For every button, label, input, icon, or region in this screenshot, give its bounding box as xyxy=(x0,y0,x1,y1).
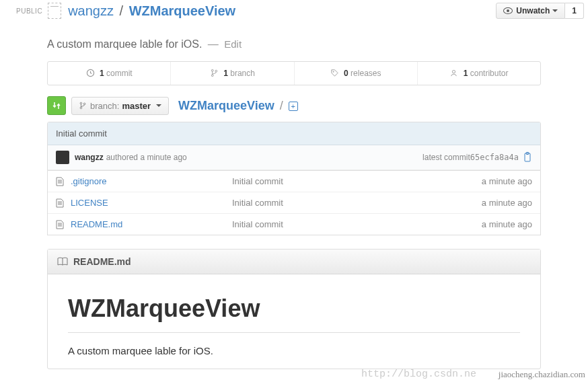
contributors-label: contributor xyxy=(468,69,508,78)
file-time: a minute ago xyxy=(482,198,532,208)
caret-down-icon xyxy=(156,104,161,107)
file-link[interactable]: .gitignore xyxy=(71,176,232,186)
file-time: a minute ago xyxy=(482,219,532,229)
person-icon xyxy=(449,69,458,77)
description-text: A custom marquee lable for iOS. xyxy=(47,38,202,50)
breadcrumb-sep: / xyxy=(280,99,283,112)
tag-icon xyxy=(330,69,339,77)
file-table: .gitignore Initial commit a minute ago L… xyxy=(47,171,541,235)
commits-tab[interactable]: 1 commit xyxy=(48,62,171,85)
avatar[interactable] xyxy=(56,151,69,164)
title-separator: / xyxy=(120,3,124,18)
author-action: authored a minute ago xyxy=(106,153,187,162)
breadcrumb-root[interactable]: WZMarqueeView xyxy=(178,99,274,112)
history-icon xyxy=(86,69,95,77)
releases-tab[interactable]: 0 releases xyxy=(295,62,418,85)
file-icon xyxy=(56,220,64,229)
repo-header: PUBLIC wangzz / WZMarqueeView Unwatch 1 xyxy=(0,0,588,22)
unwatch-label: Unwatch xyxy=(516,6,550,15)
releases-count: 0 xyxy=(344,69,348,78)
branch-label: branch: xyxy=(90,101,119,111)
repo-description: A custom marquee lable for iOS. — Edit xyxy=(0,22,588,61)
readme-header: README.md xyxy=(48,249,540,274)
repo-title: wangzz / WZMarqueeView xyxy=(68,3,235,19)
owner-link[interactable]: wangzz xyxy=(68,3,114,18)
file-icon xyxy=(56,198,64,208)
book-icon xyxy=(57,257,68,266)
file-link[interactable]: LICENSE xyxy=(71,198,232,208)
commit-hash[interactable]: 65ecfa8a4a xyxy=(470,153,519,162)
watch-group: Unwatch 1 xyxy=(496,3,584,19)
public-badge: PUBLIC xyxy=(16,7,42,15)
clipboard-icon[interactable] xyxy=(523,152,532,163)
contributors-tab[interactable]: 1 contributor xyxy=(418,62,540,85)
git-branch-icon xyxy=(210,69,219,77)
commits-count: 1 xyxy=(100,69,104,78)
repo-link[interactable]: WZMarqueeView xyxy=(129,3,236,18)
last-commit-author-row: wangzz authored a minute ago latest comm… xyxy=(48,145,540,170)
caret-down-icon xyxy=(552,9,558,12)
readme-paragraph: A custom marquee lable for iOS. xyxy=(68,345,520,356)
branches-count: 1 xyxy=(223,69,228,78)
watermark-text: jiaocheng.chazidian.com xyxy=(499,369,585,380)
readme-filename: README.md xyxy=(73,256,131,267)
file-row: README.md Initial commit a minute ago xyxy=(48,214,540,235)
file-time: a minute ago xyxy=(482,176,532,186)
watch-count[interactable]: 1 xyxy=(565,3,584,19)
commits-label: commit xyxy=(104,69,133,78)
compare-button[interactable] xyxy=(47,96,66,115)
releases-label: releases xyxy=(348,69,381,78)
file-commit-msg[interactable]: Initial commit xyxy=(232,219,482,229)
readme-body: WZMarqueeView A custom marquee lable for… xyxy=(48,274,540,369)
svg-point-1 xyxy=(211,69,213,71)
file-link[interactable]: README.md xyxy=(71,219,232,229)
svg-point-3 xyxy=(215,70,217,72)
git-branch-icon xyxy=(79,101,87,110)
branch-value: master xyxy=(122,101,151,111)
edit-description-link[interactable]: Edit xyxy=(224,38,242,50)
svg-point-5 xyxy=(453,71,455,73)
file-icon xyxy=(56,177,64,186)
svg-point-8 xyxy=(83,103,85,105)
unwatch-button[interactable]: Unwatch xyxy=(496,3,565,19)
stats-bar: 1 commit 1 branch 0 releases 1 contribut… xyxy=(47,61,541,85)
readme-box: README.md WZMarqueeView A custom marquee… xyxy=(47,249,541,369)
latest-commit-label: latest commit xyxy=(422,153,470,162)
svg-point-4 xyxy=(332,71,334,73)
compare-icon xyxy=(52,101,61,110)
file-row: LICENSE Initial commit a minute ago xyxy=(48,192,540,214)
description-dash: — xyxy=(208,38,219,50)
readme-title: WZMarqueeView xyxy=(68,295,520,333)
svg-point-7 xyxy=(80,107,82,109)
file-commit-msg[interactable]: Initial commit xyxy=(232,176,482,186)
author-link[interactable]: wangzz xyxy=(75,153,104,162)
branch-row: branch: master WZMarqueeView / + xyxy=(47,96,541,115)
eye-icon xyxy=(503,7,513,14)
branches-tab[interactable]: 1 branch xyxy=(171,62,294,85)
last-commit-message[interactable]: Initial commit xyxy=(48,122,540,145)
file-row: .gitignore Initial commit a minute ago xyxy=(48,171,540,192)
create-file-button[interactable]: + xyxy=(289,102,298,111)
file-commit-msg[interactable]: Initial commit xyxy=(232,198,482,208)
branches-label: branch xyxy=(228,69,255,78)
branch-select[interactable]: branch: master xyxy=(71,97,169,115)
svg-point-2 xyxy=(211,75,213,77)
watermark-text: http://blog.csdn.ne xyxy=(361,369,476,380)
breadcrumb: WZMarqueeView / + xyxy=(178,99,298,113)
svg-point-6 xyxy=(80,102,82,104)
last-commit-box: Initial commit wangzz authored a minute … xyxy=(47,122,541,171)
repo-icon xyxy=(48,3,61,19)
